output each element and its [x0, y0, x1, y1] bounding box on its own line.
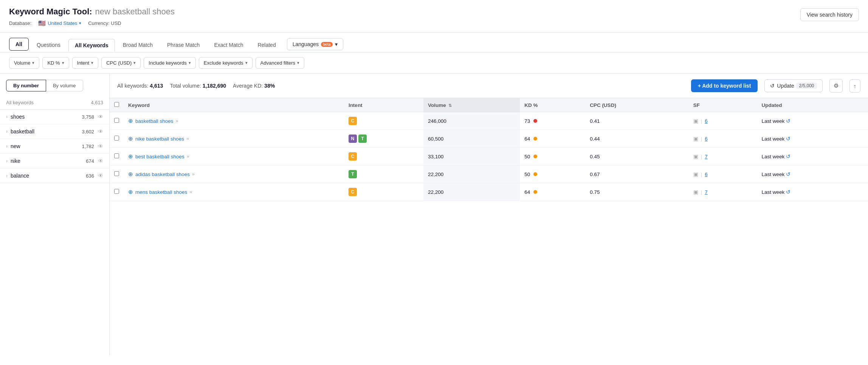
- filter-include-label: Include keywords: [149, 60, 186, 66]
- sf-group: ▣ | 7: [693, 153, 753, 159]
- tabs-bar: All Questions All Keywords Broad Match P…: [0, 32, 868, 53]
- sidebar-item-nike[interactable]: › nike 674 👁: [0, 154, 109, 169]
- arrow-right-icon: »: [176, 118, 178, 124]
- keyword-link[interactable]: ⊕ mens basketball shoes »: [128, 189, 339, 195]
- divider: |: [701, 136, 702, 142]
- row-checkbox[interactable]: [114, 118, 119, 123]
- sidebar-item-balance[interactable]: › balance 636 👁: [0, 169, 109, 183]
- sf-count[interactable]: 7: [705, 154, 708, 159]
- sf-count[interactable]: 6: [705, 172, 708, 177]
- table-toolbar: All keywords: 4,613 Total volume: 1,182,…: [110, 74, 868, 98]
- row-checkbox[interactable]: [114, 189, 119, 194]
- sf-count[interactable]: 6: [705, 118, 708, 124]
- updated-text: Last week: [762, 154, 785, 159]
- all-keywords-label: All keywords: 4,613: [117, 83, 163, 89]
- sidebar-item-shoes[interactable]: › shoes 3,758 👁: [0, 110, 109, 124]
- sort-by-number-button[interactable]: By number: [6, 80, 46, 91]
- tab-broad-match[interactable]: Broad Match: [116, 39, 159, 51]
- row-checkbox[interactable]: [114, 171, 119, 176]
- export-button[interactable]: ↑: [849, 79, 861, 93]
- eye-icon[interactable]: 👁: [98, 114, 103, 120]
- currency-label: Currency: USD: [88, 20, 121, 26]
- tab-phrase-match[interactable]: Phrase Match: [161, 39, 206, 51]
- table-header-row: Keyword Intent Volume ⇅ KD % CPC (USD) S…: [110, 98, 868, 112]
- eye-icon[interactable]: 👁: [98, 143, 103, 149]
- tab-all-keywords[interactable]: All Keywords: [68, 39, 115, 52]
- total-volume-count: 1,182,690: [203, 83, 226, 89]
- filter-include-keywords[interactable]: Include keywords ▾: [144, 57, 195, 69]
- refresh-icon[interactable]: ↺: [786, 189, 790, 195]
- eye-icon[interactable]: 👁: [98, 128, 103, 135]
- keyword-link[interactable]: ⊕ basketball shoes »: [128, 118, 339, 124]
- header-meta: Database: 🇺🇸 United States ▾ Currency: U…: [9, 20, 175, 27]
- image-icon: ▣: [693, 136, 698, 142]
- filter-exclude-keywords[interactable]: Exclude keywords ▾: [199, 57, 253, 69]
- keywords-table: Keyword Intent Volume ⇅ KD % CPC (USD) S…: [110, 98, 868, 201]
- intent-badge: N: [349, 135, 357, 143]
- intent-badge: C: [349, 152, 357, 161]
- sort-by-volume-button[interactable]: By volume: [46, 80, 83, 91]
- volume-cell: 60,500: [423, 130, 520, 148]
- update-button[interactable]: ↺ Update 2/5,000: [764, 79, 822, 92]
- settings-button[interactable]: ⚙: [829, 79, 843, 93]
- sidebar-sort: By number By volume: [0, 74, 109, 96]
- tab-questions[interactable]: Questions: [30, 39, 67, 51]
- refresh-icon[interactable]: ↺: [786, 153, 790, 159]
- chevron-down-icon: ▾: [91, 60, 93, 65]
- filter-cpc[interactable]: CPC (USD) ▾: [101, 57, 141, 69]
- intent-group: T: [349, 170, 419, 178]
- updated-text: Last week: [762, 118, 785, 124]
- tab-related[interactable]: Related: [251, 39, 282, 51]
- updated-text: Last week: [762, 172, 785, 177]
- filter-advanced[interactable]: Advanced filters ▾: [256, 57, 305, 69]
- sidebar-item-basketball[interactable]: › basketball 3,602 👁: [0, 124, 109, 139]
- eye-icon[interactable]: 👁: [98, 173, 103, 179]
- tab-all[interactable]: All: [9, 38, 29, 51]
- chevron-right-icon: ›: [6, 144, 8, 149]
- divider: |: [701, 172, 702, 177]
- sidebar-item-new[interactable]: › new 1,782 👁: [0, 139, 109, 154]
- th-volume[interactable]: Volume ⇅: [423, 98, 520, 112]
- tab-exact-match[interactable]: Exact Match: [208, 39, 250, 51]
- plus-icon: ⊕: [128, 189, 133, 195]
- kd-indicator: [533, 190, 537, 194]
- th-kd: KD %: [520, 98, 585, 112]
- database-selector[interactable]: 🇺🇸 United States ▾: [38, 20, 81, 27]
- view-history-button[interactable]: View search history: [800, 8, 859, 21]
- eye-icon[interactable]: 👁: [98, 158, 103, 164]
- filter-intent-label: Intent: [77, 60, 90, 66]
- intent-group: NT: [349, 135, 419, 143]
- keyword-link[interactable]: ⊕ adidas basketball shoes »: [128, 171, 339, 178]
- refresh-icon[interactable]: ↺: [786, 118, 790, 124]
- chevron-right-icon: ›: [6, 173, 8, 178]
- row-checkbox[interactable]: [114, 153, 119, 158]
- languages-tab[interactable]: Languages beta ▾: [287, 38, 343, 50]
- volume-cell: 33,100: [423, 148, 520, 165]
- select-all-checkbox[interactable]: [114, 102, 119, 107]
- refresh-icon[interactable]: ↺: [786, 136, 790, 142]
- th-intent: Intent: [344, 98, 423, 112]
- volume-cell: 22,200: [423, 165, 520, 183]
- th-updated: Updated: [757, 98, 868, 112]
- filter-kd[interactable]: KD % ▾: [42, 57, 69, 69]
- filter-exclude-label: Exclude keywords: [204, 60, 243, 66]
- tool-name: Keyword Magic Tool:: [9, 7, 92, 17]
- keyword-link[interactable]: ⊕ nike basketball shoes »: [128, 135, 339, 142]
- refresh-icon[interactable]: ↺: [786, 171, 790, 177]
- kd-cell: 73: [520, 112, 585, 130]
- sf-count[interactable]: 6: [705, 136, 708, 142]
- search-query: new basketball shoes: [95, 7, 175, 17]
- chevron-right-icon: ›: [6, 158, 8, 164]
- add-to-keyword-list-button[interactable]: + Add to keyword list: [691, 79, 758, 92]
- keyword-link[interactable]: ⊕ best basketball shoes »: [128, 153, 339, 160]
- filter-advanced-label: Advanced filters: [260, 60, 296, 66]
- sf-count[interactable]: 7: [705, 189, 708, 195]
- filter-kd-label: KD %: [47, 60, 60, 66]
- filter-intent[interactable]: Intent ▾: [72, 57, 99, 69]
- updated-cell: Last week ↺: [757, 183, 868, 201]
- languages-label: Languages: [293, 41, 319, 47]
- row-checkbox[interactable]: [114, 136, 119, 141]
- filter-volume[interactable]: Volume ▾: [9, 57, 39, 69]
- kd-indicator: [533, 172, 537, 176]
- arrow-right-icon: »: [189, 189, 192, 195]
